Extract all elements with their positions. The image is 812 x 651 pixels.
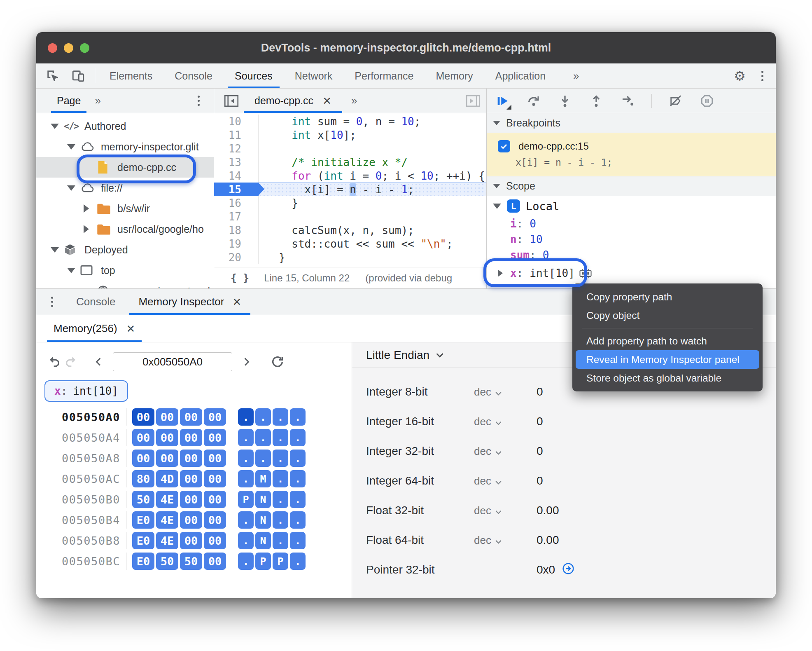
code-line-20[interactable]: 20} bbox=[214, 251, 486, 264]
byte-cell[interactable]: 00 bbox=[204, 408, 226, 426]
ascii-cell[interactable]: N bbox=[255, 491, 271, 508]
ascii-cell[interactable]: . bbox=[255, 429, 271, 446]
ascii-cell[interactable]: . bbox=[290, 470, 306, 487]
byte-cell[interactable]: 00 bbox=[132, 408, 154, 426]
ascii-cell[interactable]: P bbox=[255, 553, 271, 570]
format-dropdown[interactable]: dec bbox=[474, 475, 537, 487]
pretty-print-icon[interactable]: { } bbox=[231, 272, 249, 284]
line-number[interactable]: 12 bbox=[214, 142, 259, 155]
byte-cell[interactable]: 00 bbox=[156, 429, 178, 446]
byte-cell[interactable]: 00 bbox=[204, 491, 226, 508]
format-dropdown[interactable]: dec bbox=[474, 415, 537, 428]
scope-var-i[interactable]: i:0 bbox=[487, 216, 776, 232]
history-back-icon[interactable] bbox=[46, 354, 63, 370]
line-number[interactable]: 17 bbox=[214, 210, 259, 223]
step-out-icon[interactable] bbox=[589, 94, 604, 108]
ascii-cell[interactable]: . bbox=[290, 553, 306, 570]
device-toolbar-icon[interactable] bbox=[71, 68, 86, 83]
inspected-object-chip[interactable]: x: int[10] bbox=[44, 380, 128, 402]
breakpoint-checkbox[interactable] bbox=[498, 140, 510, 152]
scope-section-header[interactable]: Scope bbox=[487, 176, 776, 196]
tree-item-usr-local-google-ho[interactable]: usr/local/google/ho bbox=[36, 219, 214, 239]
ascii-cell[interactable]: . bbox=[238, 470, 254, 487]
code-line-18[interactable]: 18 calcSum(x, n, sum); bbox=[214, 223, 486, 237]
next-page-icon[interactable] bbox=[238, 354, 254, 370]
deactivate-breakpoints-icon[interactable] bbox=[668, 94, 683, 108]
ascii-cell[interactable]: . bbox=[238, 429, 254, 446]
jump-to-pointer-icon[interactable] bbox=[562, 562, 575, 578]
byte-cell[interactable]: 00 bbox=[204, 450, 226, 467]
more-panels-icon[interactable]: » bbox=[557, 63, 591, 88]
ascii-cell[interactable]: . bbox=[273, 408, 288, 426]
code-editor[interactable]: 10 int sum = 0, n = 10;11 int x[10];1213… bbox=[214, 113, 486, 265]
code-line-10[interactable]: 10 int sum = 0, n = 10; bbox=[214, 115, 486, 128]
code-line-12[interactable]: 12 bbox=[214, 142, 486, 155]
history-forward-icon[interactable] bbox=[63, 354, 79, 370]
refresh-icon[interactable] bbox=[269, 354, 286, 370]
byte-cell[interactable]: 00 bbox=[204, 511, 226, 529]
pause-on-exceptions-icon[interactable] bbox=[700, 94, 714, 108]
byte-cell[interactable]: 4E bbox=[156, 511, 178, 529]
byte-cell[interactable]: E0 bbox=[132, 532, 154, 549]
byte-cell[interactable]: 00 bbox=[132, 450, 154, 467]
byte-cell[interactable]: 4D bbox=[156, 470, 178, 487]
format-dropdown[interactable]: dec bbox=[474, 386, 537, 398]
byte-cell[interactable]: 4E bbox=[156, 491, 178, 508]
byte-cell[interactable]: 00 bbox=[204, 470, 226, 487]
ascii-cell[interactable]: N bbox=[255, 532, 271, 549]
line-number[interactable]: 19 bbox=[214, 237, 259, 251]
byte-cell[interactable]: 00 bbox=[204, 532, 226, 549]
ascii-cell[interactable]: M bbox=[255, 470, 271, 487]
minimize-button[interactable] bbox=[64, 43, 73, 53]
drawer-tab-memory-inspector[interactable]: Memory Inspector✕ bbox=[127, 289, 253, 315]
ascii-cell[interactable]: P bbox=[238, 491, 254, 508]
byte-cell[interactable]: 00 bbox=[180, 491, 202, 508]
tree-item-b-s-w-ir[interactable]: b/s/w/ir bbox=[36, 198, 214, 219]
close-button[interactable] bbox=[48, 43, 57, 53]
editor-tab-demo-cpp[interactable]: demo-cpp.cc ✕ bbox=[244, 89, 342, 113]
byte-cell[interactable]: 80 bbox=[132, 470, 154, 487]
close-memory-tab-icon[interactable]: ✕ bbox=[126, 323, 135, 334]
ascii-cell[interactable]: . bbox=[290, 429, 306, 446]
settings-gear-icon[interactable]: ⚙ bbox=[734, 69, 746, 82]
tree-right-arrow-icon[interactable] bbox=[84, 225, 97, 233]
ascii-cell[interactable]: . bbox=[290, 450, 306, 467]
byte-cell[interactable]: 00 bbox=[156, 450, 178, 467]
ascii-cell[interactable]: . bbox=[290, 511, 306, 529]
ascii-cell[interactable]: . bbox=[238, 408, 254, 426]
more-editor-tabs-icon[interactable]: » bbox=[342, 89, 366, 113]
scope-var-n[interactable]: n:10 bbox=[487, 232, 776, 247]
line-number[interactable]: 14 bbox=[214, 169, 259, 183]
memory-address-input[interactable] bbox=[113, 352, 232, 371]
line-number[interactable]: 20 bbox=[214, 251, 259, 264]
byte-cell[interactable]: 00 bbox=[132, 429, 154, 446]
code-line-16[interactable]: 16 } bbox=[214, 196, 486, 210]
hide-navigator-icon[interactable] bbox=[224, 89, 239, 113]
code-line-13[interactable]: 13 /* initialize x */ bbox=[214, 155, 486, 169]
ascii-cell[interactable]: . bbox=[273, 511, 288, 529]
line-number[interactable]: 11 bbox=[214, 128, 259, 142]
previous-page-icon[interactable] bbox=[91, 354, 107, 370]
breakpoint-entry[interactable]: demo-cpp.cc:15 x[i] = n - i - 1; bbox=[487, 133, 776, 176]
byte-cell[interactable]: 00 bbox=[204, 553, 226, 570]
scope-local-section[interactable]: L Local bbox=[487, 196, 776, 216]
byte-cell[interactable]: 50 bbox=[180, 553, 202, 570]
byte-cell[interactable]: 00 bbox=[180, 532, 202, 549]
ascii-cell[interactable]: P bbox=[273, 553, 288, 570]
menu-item-copy-object[interactable]: Copy object bbox=[576, 306, 759, 325]
menu-item-copy-property-path[interactable]: Copy property path bbox=[576, 288, 759, 306]
byte-cell[interactable]: 4E bbox=[156, 532, 178, 549]
code-line-15[interactable]: 15 x[i] = n - i - 1; bbox=[214, 183, 486, 196]
ascii-cell[interactable]: . bbox=[238, 450, 254, 467]
line-number[interactable]: 13 bbox=[214, 155, 259, 169]
tree-right-arrow-icon[interactable] bbox=[84, 204, 97, 213]
tree-down-arrow-icon[interactable] bbox=[67, 268, 80, 273]
hide-debugger-icon[interactable] bbox=[466, 89, 486, 113]
ascii-cell[interactable]: . bbox=[273, 470, 288, 487]
tab-console[interactable]: Console bbox=[163, 63, 224, 88]
menu-item-store-object-as-global-variable[interactable]: Store object as global variable bbox=[576, 369, 759, 387]
drawer-tab-console[interactable]: Console bbox=[65, 289, 127, 315]
code-line-19[interactable]: 19 std::cout << sum << "\n"; bbox=[214, 237, 486, 251]
navigator-menu-icon[interactable] bbox=[196, 89, 214, 113]
ascii-cell[interactable]: . bbox=[255, 450, 271, 467]
